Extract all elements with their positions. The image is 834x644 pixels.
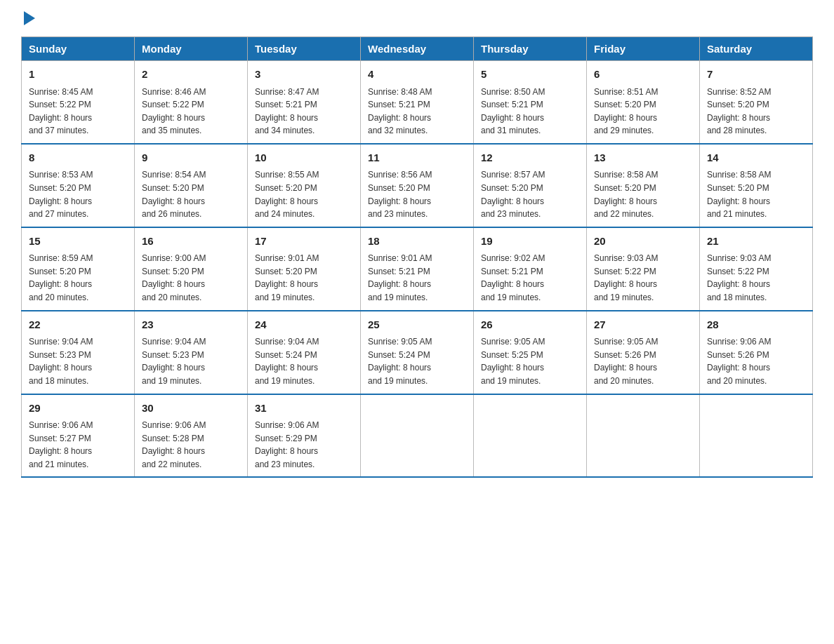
- day-number: 1: [29, 67, 127, 83]
- day-number: 19: [481, 234, 579, 250]
- weekday-header-monday: Monday: [135, 37, 248, 61]
- calendar-cell: 8Sunrise: 8:53 AMSunset: 5:20 PMDaylight…: [22, 144, 135, 227]
- day-info: Sunrise: 8:55 AMSunset: 5:20 PMDaylight:…: [255, 168, 353, 220]
- day-number: 4: [368, 67, 466, 83]
- calendar-cell: 21Sunrise: 9:03 AMSunset: 5:22 PMDayligh…: [700, 227, 813, 311]
- day-number: 27: [594, 317, 692, 333]
- calendar-cell: 10Sunrise: 8:55 AMSunset: 5:20 PMDayligh…: [248, 144, 361, 227]
- day-number: 14: [707, 150, 805, 166]
- calendar-cell: 30Sunrise: 9:06 AMSunset: 5:28 PMDayligh…: [135, 394, 248, 478]
- calendar-cell: 17Sunrise: 9:01 AMSunset: 5:20 PMDayligh…: [248, 227, 361, 311]
- calendar-cell: 12Sunrise: 8:57 AMSunset: 5:20 PMDayligh…: [474, 144, 587, 227]
- calendar-cell: 1Sunrise: 8:45 AMSunset: 5:22 PMDaylight…: [22, 61, 135, 144]
- calendar-cell: 25Sunrise: 9:05 AMSunset: 5:24 PMDayligh…: [361, 311, 474, 394]
- calendar-cell: 6Sunrise: 8:51 AMSunset: 5:20 PMDaylight…: [587, 61, 700, 144]
- logo-arrow-icon: [24, 11, 35, 25]
- calendar-cell: 18Sunrise: 9:01 AMSunset: 5:21 PMDayligh…: [361, 227, 474, 311]
- calendar-cell: 20Sunrise: 9:03 AMSunset: 5:22 PMDayligh…: [587, 227, 700, 311]
- day-info: Sunrise: 8:48 AMSunset: 5:21 PMDaylight:…: [368, 86, 466, 137]
- calendar-header-row: SundayMondayTuesdayWednesdayThursdayFrid…: [22, 37, 813, 61]
- day-info: Sunrise: 8:47 AMSunset: 5:21 PMDaylight:…: [255, 86, 353, 137]
- day-info: Sunrise: 9:01 AMSunset: 5:20 PMDaylight:…: [255, 252, 353, 304]
- weekday-header-thursday: Thursday: [474, 37, 587, 61]
- day-info: Sunrise: 9:03 AMSunset: 5:22 PMDaylight:…: [594, 252, 692, 304]
- calendar-cell: 27Sunrise: 9:05 AMSunset: 5:26 PMDayligh…: [587, 311, 700, 394]
- day-info: Sunrise: 8:45 AMSunset: 5:22 PMDaylight:…: [29, 86, 127, 137]
- day-info: Sunrise: 9:06 AMSunset: 5:29 PMDaylight:…: [255, 419, 353, 471]
- calendar-week-row: 15Sunrise: 8:59 AMSunset: 5:20 PMDayligh…: [22, 227, 813, 311]
- day-info: Sunrise: 8:58 AMSunset: 5:20 PMDaylight:…: [707, 168, 805, 220]
- day-number: 10: [255, 150, 353, 166]
- day-info: Sunrise: 9:04 AMSunset: 5:24 PMDaylight:…: [255, 335, 353, 387]
- weekday-header-saturday: Saturday: [700, 37, 813, 61]
- calendar-cell: [700, 394, 813, 478]
- day-number: 21: [707, 234, 805, 250]
- calendar-table: SundayMondayTuesdayWednesdayThursdayFrid…: [21, 36, 813, 478]
- day-info: Sunrise: 8:54 AMSunset: 5:20 PMDaylight:…: [142, 168, 240, 220]
- weekday-header-sunday: Sunday: [22, 37, 135, 61]
- weekday-header-wednesday: Wednesday: [361, 37, 474, 61]
- day-number: 22: [29, 317, 127, 333]
- calendar-week-row: 8Sunrise: 8:53 AMSunset: 5:20 PMDaylight…: [22, 144, 813, 227]
- day-number: 2: [142, 67, 240, 83]
- day-info: Sunrise: 8:51 AMSunset: 5:20 PMDaylight:…: [594, 86, 692, 137]
- day-info: Sunrise: 9:06 AMSunset: 5:27 PMDaylight:…: [29, 419, 127, 471]
- calendar-cell: 13Sunrise: 8:58 AMSunset: 5:20 PMDayligh…: [587, 144, 700, 227]
- day-number: 17: [255, 234, 353, 250]
- day-info: Sunrise: 9:06 AMSunset: 5:26 PMDaylight:…: [707, 335, 805, 387]
- day-info: Sunrise: 8:46 AMSunset: 5:22 PMDaylight:…: [142, 86, 240, 137]
- day-number: 8: [29, 150, 127, 166]
- logo: [21, 14, 35, 22]
- day-number: 26: [481, 317, 579, 333]
- day-info: Sunrise: 8:57 AMSunset: 5:20 PMDaylight:…: [481, 168, 579, 220]
- day-number: 29: [29, 401, 127, 417]
- calendar-cell: 3Sunrise: 8:47 AMSunset: 5:21 PMDaylight…: [248, 61, 361, 144]
- day-info: Sunrise: 9:05 AMSunset: 5:24 PMDaylight:…: [368, 335, 466, 387]
- calendar-cell: 14Sunrise: 8:58 AMSunset: 5:20 PMDayligh…: [700, 144, 813, 227]
- day-number: 3: [255, 67, 353, 83]
- weekday-header-friday: Friday: [587, 37, 700, 61]
- day-info: Sunrise: 9:06 AMSunset: 5:28 PMDaylight:…: [142, 419, 240, 471]
- day-info: Sunrise: 9:04 AMSunset: 5:23 PMDaylight:…: [142, 335, 240, 387]
- weekday-header-tuesday: Tuesday: [248, 37, 361, 61]
- calendar-cell: 11Sunrise: 8:56 AMSunset: 5:20 PMDayligh…: [361, 144, 474, 227]
- day-number: 31: [255, 401, 353, 417]
- day-number: 6: [594, 67, 692, 83]
- calendar-cell: 19Sunrise: 9:02 AMSunset: 5:21 PMDayligh…: [474, 227, 587, 311]
- day-number: 30: [142, 401, 240, 417]
- day-number: 16: [142, 234, 240, 250]
- calendar-cell: 4Sunrise: 8:48 AMSunset: 5:21 PMDaylight…: [361, 61, 474, 144]
- calendar-cell: 22Sunrise: 9:04 AMSunset: 5:23 PMDayligh…: [22, 311, 135, 394]
- calendar-cell: 26Sunrise: 9:05 AMSunset: 5:25 PMDayligh…: [474, 311, 587, 394]
- day-info: Sunrise: 8:50 AMSunset: 5:21 PMDaylight:…: [481, 86, 579, 137]
- day-number: 23: [142, 317, 240, 333]
- day-info: Sunrise: 9:00 AMSunset: 5:20 PMDaylight:…: [142, 252, 240, 304]
- day-number: 18: [368, 234, 466, 250]
- calendar-cell: 28Sunrise: 9:06 AMSunset: 5:26 PMDayligh…: [700, 311, 813, 394]
- day-info: Sunrise: 8:56 AMSunset: 5:20 PMDaylight:…: [368, 168, 466, 220]
- calendar-cell: [361, 394, 474, 478]
- calendar-week-row: 1Sunrise: 8:45 AMSunset: 5:22 PMDaylight…: [22, 61, 813, 144]
- day-info: Sunrise: 8:53 AMSunset: 5:20 PMDaylight:…: [29, 168, 127, 220]
- calendar-cell: 24Sunrise: 9:04 AMSunset: 5:24 PMDayligh…: [248, 311, 361, 394]
- day-number: 20: [594, 234, 692, 250]
- day-number: 28: [707, 317, 805, 333]
- calendar-cell: 29Sunrise: 9:06 AMSunset: 5:27 PMDayligh…: [22, 394, 135, 478]
- calendar-cell: [474, 394, 587, 478]
- day-info: Sunrise: 8:52 AMSunset: 5:20 PMDaylight:…: [707, 86, 805, 137]
- page-header: [21, 14, 813, 22]
- calendar-cell: 2Sunrise: 8:46 AMSunset: 5:22 PMDaylight…: [135, 61, 248, 144]
- calendar-cell: 23Sunrise: 9:04 AMSunset: 5:23 PMDayligh…: [135, 311, 248, 394]
- day-number: 11: [368, 150, 466, 166]
- calendar-week-row: 22Sunrise: 9:04 AMSunset: 5:23 PMDayligh…: [22, 311, 813, 394]
- day-info: Sunrise: 9:01 AMSunset: 5:21 PMDaylight:…: [368, 252, 466, 304]
- calendar-cell: 15Sunrise: 8:59 AMSunset: 5:20 PMDayligh…: [22, 227, 135, 311]
- day-number: 25: [368, 317, 466, 333]
- calendar-cell: 16Sunrise: 9:00 AMSunset: 5:20 PMDayligh…: [135, 227, 248, 311]
- calendar-cell: 7Sunrise: 8:52 AMSunset: 5:20 PMDaylight…: [700, 61, 813, 144]
- day-number: 12: [481, 150, 579, 166]
- day-info: Sunrise: 9:02 AMSunset: 5:21 PMDaylight:…: [481, 252, 579, 304]
- day-number: 13: [594, 150, 692, 166]
- day-number: 7: [707, 67, 805, 83]
- day-info: Sunrise: 8:59 AMSunset: 5:20 PMDaylight:…: [29, 252, 127, 304]
